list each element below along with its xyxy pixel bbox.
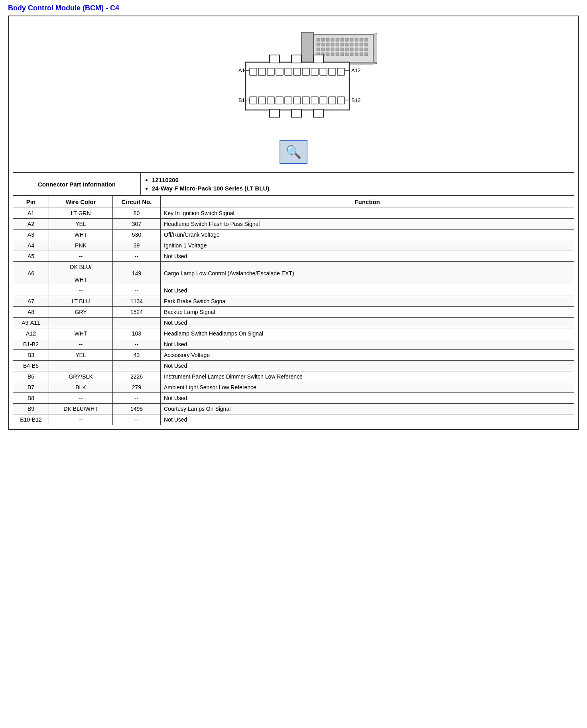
circuit-no-cell: -- bbox=[113, 339, 161, 350]
main-content: A1 A12 B1 B12 🔍 Connector Part Informati… bbox=[8, 16, 579, 430]
function-cell: Park Brake Switch Signal bbox=[161, 296, 574, 307]
svg-rect-18 bbox=[345, 43, 349, 46]
svg-rect-2 bbox=[321, 38, 325, 41]
pin-cell: A8 bbox=[13, 307, 49, 318]
table-row: A8GRY1524Backup Lamp Signal bbox=[13, 307, 574, 318]
function-cell: Ignition 1 Voltage bbox=[161, 240, 574, 251]
svg-rect-45 bbox=[301, 32, 313, 62]
svg-rect-41 bbox=[350, 53, 353, 56]
pin-cell: A9-A11 bbox=[13, 318, 49, 328]
svg-rect-52 bbox=[270, 109, 280, 117]
svg-rect-20 bbox=[355, 43, 358, 46]
svg-rect-76 bbox=[337, 97, 345, 104]
function-cell: Backup Lamp Signal bbox=[161, 307, 574, 318]
svg-rect-4 bbox=[331, 38, 334, 41]
svg-rect-24 bbox=[321, 48, 325, 51]
svg-rect-37 bbox=[331, 53, 334, 56]
circuit-no-cell: 530 bbox=[113, 230, 161, 240]
pin-cell: A1 bbox=[13, 208, 49, 219]
svg-rect-49 bbox=[270, 55, 280, 63]
svg-rect-29 bbox=[345, 48, 349, 51]
pin-cell: B4-B5 bbox=[13, 361, 49, 371]
table-row: A9-A11----Not Used bbox=[13, 318, 574, 328]
svg-rect-51 bbox=[313, 55, 323, 63]
table-row: B10-B12----Not Used bbox=[13, 414, 574, 425]
svg-rect-70 bbox=[285, 97, 292, 104]
pin-cell: B6 bbox=[13, 371, 49, 382]
svg-rect-9 bbox=[355, 38, 358, 41]
svg-rect-64 bbox=[329, 68, 336, 75]
magnify-button[interactable]: 🔍 bbox=[280, 140, 307, 164]
magnify-icon: 🔍 bbox=[286, 144, 301, 159]
connector-info-label: Connector Part Information bbox=[13, 173, 141, 196]
circuit-no-cell: 1495 bbox=[113, 404, 161, 414]
wire-color-cell: LT BLU bbox=[49, 296, 113, 307]
function-cell: Not Used bbox=[161, 414, 574, 425]
svg-rect-73 bbox=[311, 97, 318, 104]
svg-rect-54 bbox=[313, 109, 323, 117]
svg-rect-57 bbox=[267, 68, 274, 75]
label-a1: A1 bbox=[238, 67, 245, 73]
circuit-no-cell: 80 bbox=[113, 208, 161, 219]
table-row: B8----Not Used bbox=[13, 393, 574, 404]
wire-color-cell: -- bbox=[49, 414, 113, 425]
function-cell: Headlamp Switch Headlamps On Signal bbox=[161, 328, 574, 339]
function-cell: Not Used bbox=[161, 393, 574, 404]
svg-rect-1 bbox=[317, 38, 320, 41]
svg-rect-11 bbox=[364, 38, 368, 41]
circuit-no-cell: 1524 bbox=[113, 307, 161, 318]
svg-rect-6 bbox=[341, 38, 344, 41]
svg-rect-7 bbox=[345, 38, 349, 41]
wire-color-cell: WHT bbox=[49, 328, 113, 339]
svg-rect-15 bbox=[331, 43, 334, 46]
svg-rect-8 bbox=[350, 38, 353, 41]
pin-cell: A12 bbox=[13, 328, 49, 339]
pin-cell: A2 bbox=[13, 219, 49, 230]
header-wire-color: Wire Color bbox=[49, 196, 113, 208]
circuit-no-cell: -- bbox=[113, 414, 161, 425]
function-cell: Not Used bbox=[161, 251, 574, 262]
header-circuit-no: Circuit No. bbox=[113, 196, 161, 208]
svg-marker-46 bbox=[373, 32, 377, 62]
svg-rect-72 bbox=[302, 97, 309, 104]
svg-rect-74 bbox=[320, 97, 327, 104]
pin-cell: B10-B12 bbox=[13, 414, 49, 425]
svg-rect-19 bbox=[350, 43, 353, 46]
svg-rect-39 bbox=[341, 53, 344, 56]
label-b12: B12 bbox=[351, 97, 360, 103]
svg-rect-44 bbox=[364, 53, 368, 56]
svg-rect-31 bbox=[355, 48, 358, 51]
table-row: A4PNK39Ignition 1 Voltage bbox=[13, 240, 574, 251]
svg-rect-28 bbox=[341, 48, 344, 51]
function-cell: Off/Run/Crank Voltage bbox=[161, 230, 574, 240]
circuit-no-cell: -- bbox=[113, 285, 161, 296]
wire-color-cell: PNK bbox=[49, 240, 113, 251]
function-cell: Not Used bbox=[161, 339, 574, 350]
wire-color-cell: DK BLU/ WHT bbox=[49, 262, 113, 285]
svg-rect-23 bbox=[317, 48, 320, 51]
pin-cell: A5 bbox=[13, 251, 49, 262]
svg-rect-10 bbox=[360, 38, 363, 41]
svg-rect-32 bbox=[360, 48, 363, 51]
svg-rect-75 bbox=[329, 97, 336, 104]
table-row: A12WHT103Headlamp Switch Headlamps On Si… bbox=[13, 328, 574, 339]
pin-cell: A3 bbox=[13, 230, 49, 240]
table-row: A3WHT530Off/Run/Crank Voltage bbox=[13, 230, 574, 240]
svg-rect-71 bbox=[294, 97, 301, 104]
svg-rect-40 bbox=[345, 53, 349, 56]
function-cell: Courtesy Lamps On Signal bbox=[161, 404, 574, 414]
svg-rect-68 bbox=[267, 97, 274, 104]
connector-diagram: A1 A12 B1 B12 bbox=[210, 24, 377, 136]
circuit-no-cell: 149 bbox=[113, 262, 161, 285]
svg-rect-50 bbox=[292, 55, 301, 63]
function-cell: Not Used bbox=[161, 361, 574, 371]
header-pin: Pin bbox=[13, 196, 49, 208]
pin-cell: B9 bbox=[13, 404, 49, 414]
wire-color-cell: -- bbox=[49, 339, 113, 350]
circuit-no-cell: 43 bbox=[113, 350, 161, 361]
table-row: B3YEL43Accessory Voltage bbox=[13, 350, 574, 361]
wire-color-cell: WHT bbox=[49, 230, 113, 240]
info-table: Connector Part Information 12110206 24-W… bbox=[13, 172, 574, 196]
svg-rect-14 bbox=[326, 43, 329, 46]
svg-rect-33 bbox=[364, 48, 368, 51]
